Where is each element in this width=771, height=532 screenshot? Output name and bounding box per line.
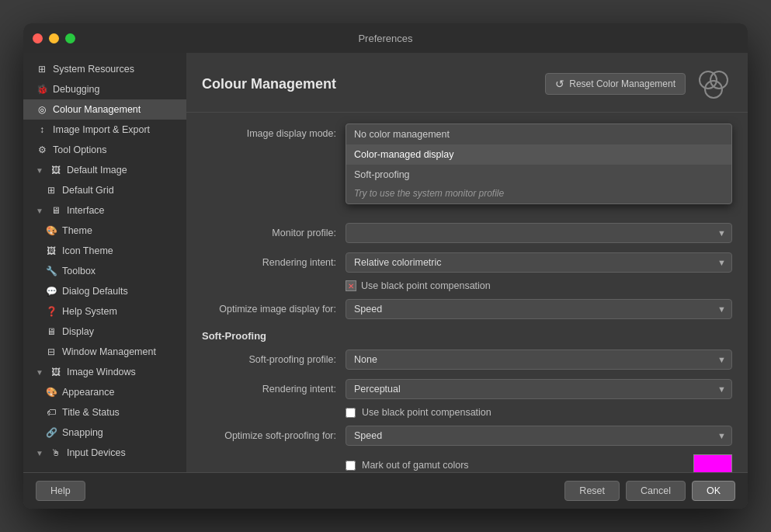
sidebar-item-title-status[interactable]: 🏷 Title & Status — [23, 402, 186, 422]
display-icon: 🖥 — [45, 325, 57, 338]
image-display-mode-dropdown: No color management Color-managed displa… — [346, 123, 732, 204]
sidebar-label: Appearance — [62, 387, 114, 398]
sidebar-item-tool-options[interactable]: ⚙ Tool Options — [23, 140, 186, 160]
optimize-soft-label: Optimize soft-proofing for: — [202, 430, 346, 441]
sidebar-label: System Resources — [53, 64, 134, 75]
image-display-mode-control: Color-managed display ▼ No color managem… — [346, 123, 732, 144]
soft-proofing-black-point-checkbox[interactable] — [346, 408, 356, 418]
soft-proofing-profile-label: Soft-proofing profile: — [202, 354, 346, 365]
reset-color-management-button[interactable]: ↺ Reset Color Management — [545, 73, 686, 95]
appearance-icon: 🎨 — [45, 386, 57, 398]
rendering-intent-control: Relative colorimetric ▼ — [346, 252, 732, 273]
sidebar-item-theme[interactable]: 🎨 Theme — [23, 221, 186, 241]
bottom-bar: Help Reset Cancel OK — [23, 472, 748, 509]
maximize-button[interactable] — [65, 33, 75, 43]
content-body: Image display mode: Color-managed displa… — [186, 113, 748, 472]
sidebar-label: Colour Management — [53, 104, 141, 115]
close-button[interactable] — [33, 33, 43, 43]
default-image-icon: 🖼 — [50, 164, 62, 176]
soft-proofing-profile-select[interactable]: None — [346, 349, 732, 370]
sidebar-item-system-resources[interactable]: ⊞ System Resources — [23, 59, 186, 79]
sidebar-item-window-management[interactable]: ⊟ Window Management — [23, 342, 186, 362]
image-display-mode-row: Image display mode: Color-managed displa… — [202, 122, 732, 145]
sidebar-item-debugging[interactable]: 🐞 Debugging — [23, 79, 186, 99]
interface-icon: 🖥 — [50, 204, 62, 217]
sidebar-label: Image Windows — [67, 367, 136, 377]
optimize-soft-select[interactable]: Speed — [346, 426, 732, 446]
snapping-icon: 🔗 — [45, 426, 57, 439]
rendering-intent-select[interactable]: Relative colorimetric — [346, 252, 732, 273]
soft-proofing-rendering-row: Rendering intent: Perceptual ▼ — [202, 377, 732, 401]
svg-point-1 — [710, 71, 728, 89]
mark-gamut-control: Mark out of gamut colors — [346, 454, 732, 472]
tool-options-icon: ⚙ — [36, 144, 48, 156]
sidebar-item-image-import-export[interactable]: ↕ Image Import & Export — [23, 120, 186, 140]
soft-proofing-rendering-select-wrapper: Perceptual ▼ — [346, 379, 732, 399]
collapse-icon: ▼ — [36, 207, 43, 215]
soft-proofing-black-point-label: Use black point compensation — [362, 407, 491, 418]
optimize-display-select-wrapper: Speed ▼ — [346, 299, 732, 319]
preferences-window: Preferences ⊞ System Resources 🐞 Debuggi… — [23, 23, 748, 509]
soft-proofing-rendering-select[interactable]: Perceptual — [346, 379, 732, 399]
help-system-icon: ❓ — [45, 305, 57, 318]
sidebar-item-image-windows[interactable]: ▼ 🖼 Image Windows — [23, 362, 186, 382]
monitor-profile-row: Monitor profile: ▼ — [202, 221, 732, 245]
sidebar-item-toolbox[interactable]: 🔧 Toolbox — [23, 261, 186, 281]
mark-gamut-label: Mark out of gamut colors — [362, 460, 469, 471]
colour-management-icon: ◎ — [36, 103, 48, 116]
dropdown-item-color-managed[interactable]: Color-managed display — [346, 144, 731, 165]
reset-button[interactable]: Reset — [564, 481, 620, 501]
collapse-icon: ▼ — [36, 368, 43, 377]
black-point-checkbox[interactable]: ✕ — [346, 280, 356, 291]
rendering-intent-label: Rendering intent: — [202, 257, 346, 268]
monitor-profile-control: ▼ — [346, 223, 732, 243]
sidebar-item-appearance[interactable]: 🎨 Appearance — [23, 382, 186, 402]
sidebar-item-colour-management[interactable]: ◎ Colour Management — [23, 99, 186, 120]
optimize-display-control: Speed ▼ — [346, 299, 732, 319]
dialog-defaults-icon: 💬 — [45, 285, 57, 297]
minimize-button[interactable] — [49, 33, 59, 43]
sidebar-label: Help System — [62, 306, 117, 317]
sidebar-item-default-image[interactable]: ▼ 🖼 Default Image — [23, 160, 186, 180]
icon-theme-icon: 🖼 — [45, 245, 57, 257]
window-title: Preferences — [358, 33, 412, 44]
soft-proofing-rendering-control: Perceptual ▼ — [346, 379, 732, 399]
sidebar-item-default-grid[interactable]: ⊞ Default Grid — [23, 180, 186, 200]
sidebar-item-snapping[interactable]: 🔗 Snapping — [23, 422, 186, 443]
sidebar-item-help-system[interactable]: ❓ Help System — [23, 301, 186, 322]
sidebar-label: Debugging — [53, 84, 99, 95]
sidebar-label: Display — [62, 326, 94, 337]
ok-button[interactable]: OK — [692, 481, 735, 501]
image-windows-icon: 🖼 — [50, 366, 62, 378]
optimize-display-row: Optimize image display for: Speed ▼ — [202, 297, 732, 321]
sidebar-item-dialog-defaults[interactable]: 💬 Dialog Defaults — [23, 281, 186, 301]
theme-icon: 🎨 — [45, 224, 57, 237]
sidebar-label: Input Devices — [67, 447, 126, 458]
sidebar-item-interface[interactable]: ▼ 🖥 Interface — [23, 200, 186, 221]
sidebar-item-icon-theme[interactable]: 🖼 Icon Theme — [23, 241, 186, 261]
sidebar-item-display[interactable]: 🖥 Display — [23, 322, 186, 342]
optimize-display-select[interactable]: Speed — [346, 299, 732, 319]
help-button[interactable]: Help — [36, 481, 85, 501]
collapse-icon: ▼ — [36, 166, 43, 175]
monitor-profile-label: Monitor profile: — [202, 228, 346, 238]
cancel-button[interactable]: Cancel — [626, 481, 686, 501]
sidebar-label: Window Management — [62, 346, 156, 357]
gamut-color-swatch[interactable] — [693, 454, 732, 472]
mark-gamut-checkbox[interactable] — [346, 461, 356, 471]
monitor-profile-select-wrapper: ▼ — [346, 223, 732, 243]
dropdown-item-soft-proofing[interactable]: Soft-proofing — [346, 165, 731, 185]
content-header: Colour Management ↺ Reset Color Manageme… — [186, 53, 748, 113]
reset-icon: ↺ — [555, 78, 564, 90]
sidebar-item-input-devices[interactable]: ▼ 🖱 Input Devices — [23, 443, 186, 463]
image-display-mode-label: Image display mode: — [202, 128, 346, 139]
sidebar-label: Toolbox — [62, 266, 96, 276]
svg-point-2 — [705, 81, 722, 98]
input-devices-icon: 🖱 — [50, 447, 62, 459]
titlebar: Preferences — [23, 23, 748, 53]
soft-proofing-profile-control: None ▼ — [346, 349, 732, 370]
monitor-profile-select[interactable] — [346, 223, 732, 243]
black-point-row: ✕ Use black point compensation — [202, 280, 732, 291]
optimize-soft-select-wrapper: Speed ▼ — [346, 426, 732, 446]
dropdown-item-no-color[interactable]: No color management — [346, 124, 731, 144]
